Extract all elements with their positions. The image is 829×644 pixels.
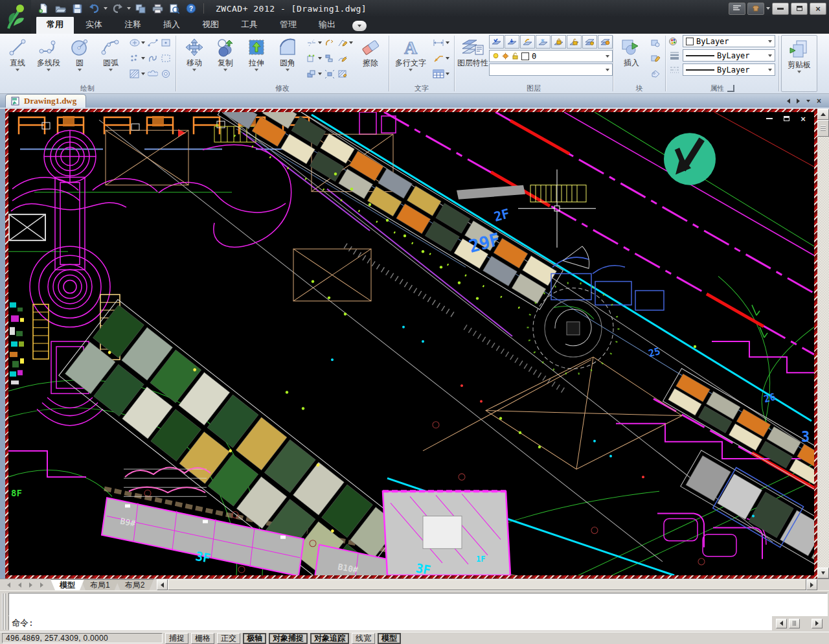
drawing-canvas[interactable]: ×: [8, 112, 814, 575]
command-input[interactable]: 命令:: [8, 616, 772, 630]
otrack-toggle[interactable]: 对象追踪: [310, 633, 349, 644]
scroll-left-button[interactable]: [157, 579, 168, 590]
leader-button[interactable]: [431, 53, 451, 63]
layer-state-select[interactable]: [489, 63, 613, 76]
offset-button[interactable]: [305, 53, 323, 63]
layout2-tab[interactable]: 布局2: [116, 579, 154, 590]
tab-solid[interactable]: 实体: [75, 16, 113, 34]
layer-freeze-button[interactable]: [536, 35, 551, 49]
circle-button[interactable]: 圆: [65, 35, 95, 73]
close-button[interactable]: ×: [810, 3, 826, 15]
command-window-grip[interactable]: [1, 593, 7, 630]
align-button[interactable]: [323, 53, 336, 63]
trim-button[interactable]: [305, 38, 323, 48]
edit-block-button[interactable]: [649, 53, 662, 63]
horizontal-scrollbar[interactable]: [157, 579, 817, 590]
polyline-nodes-button[interactable]: [146, 38, 159, 48]
scroll-up-button[interactable]: [817, 109, 829, 120]
copy-button[interactable]: 复制: [210, 35, 240, 73]
last-tab-button[interactable]: [37, 581, 47, 590]
polar-toggle[interactable]: 极轴: [243, 633, 266, 644]
redo-button[interactable]: [110, 2, 124, 15]
horizontal-scroll-thumb[interactable]: [168, 579, 806, 590]
model-tab[interactable]: 模型: [51, 579, 84, 590]
cmd-scroll-left-button[interactable]: [776, 619, 787, 628]
layer-unlock-button[interactable]: [567, 35, 582, 49]
redo-dropdown[interactable]: [127, 7, 131, 10]
layer-properties-button[interactable]: 图层特性: [458, 35, 488, 69]
snap-toggle[interactable]: 捕捉: [165, 633, 188, 644]
rectangle-button[interactable]: [159, 38, 172, 48]
attribute-button[interactable]: [649, 69, 662, 79]
layer-lock-button[interactable]: [551, 35, 566, 49]
model-space-toggle[interactable]: 模型: [378, 633, 401, 644]
undo-dropdown[interactable]: [104, 7, 108, 10]
table-button[interactable]: [431, 69, 451, 79]
revision-cloud-button[interactable]: [146, 69, 159, 79]
tab-home[interactable]: 常用: [36, 16, 74, 34]
ellipse-button[interactable]: [128, 38, 146, 48]
layer-off-button[interactable]: [505, 35, 519, 49]
spline-button[interactable]: [146, 53, 159, 63]
properties-dialog-launcher[interactable]: [727, 85, 734, 92]
tab-output[interactable]: 输出: [308, 16, 346, 34]
scroll-down-button[interactable]: [817, 568, 829, 579]
vertical-scroll-thumb[interactable]: [817, 120, 829, 137]
undo-button[interactable]: [87, 2, 101, 15]
tab-scroll-right-button[interactable]: [797, 98, 800, 104]
osnap-toggle[interactable]: 对象捕捉: [269, 633, 308, 644]
layer-thaw-button[interactable]: [520, 35, 535, 49]
create-block-button[interactable]: [649, 38, 662, 48]
tab-tools[interactable]: 工具: [231, 16, 268, 34]
fillet-button[interactable]: 圆角: [273, 35, 302, 73]
vertical-scrollbar[interactable]: [817, 109, 829, 579]
first-tab-button[interactable]: [4, 581, 14, 590]
line-button[interactable]: 直线: [3, 35, 32, 73]
edit-hatch-button[interactable]: [336, 69, 354, 79]
tab-view[interactable]: 视图: [192, 16, 229, 34]
prev-tab-button[interactable]: [15, 581, 25, 590]
tab-list-button[interactable]: [806, 100, 810, 102]
point-button[interactable]: [128, 53, 146, 63]
new-file-button[interactable]: [36, 2, 51, 15]
save-button[interactable]: [70, 2, 84, 15]
edit-polyline-button[interactable]: [336, 38, 354, 48]
scroll-right-button[interactable]: [806, 579, 817, 590]
restore-button[interactable]: [791, 3, 808, 15]
skin-dropdown[interactable]: [766, 7, 770, 10]
layer-select[interactable]: 0: [489, 50, 613, 62]
child-restore-button[interactable]: [782, 115, 791, 122]
menu-list-button[interactable]: [729, 3, 745, 15]
ortho-toggle[interactable]: 正交: [217, 633, 240, 644]
open-button[interactable]: [53, 2, 67, 15]
app-logo-icon[interactable]: [0, 0, 31, 34]
linetype-select[interactable]: ByLayer: [683, 63, 775, 76]
preview-button[interactable]: [167, 2, 181, 15]
document-tab[interactable]: Drawing1.dwg: [5, 94, 86, 108]
next-tab-button[interactable]: [26, 581, 36, 590]
boundary-button[interactable]: [159, 53, 172, 63]
grid-toggle[interactable]: 栅格: [191, 633, 214, 644]
polyline-button[interactable]: 多线段: [34, 35, 63, 73]
help-button[interactable]: ?: [184, 2, 198, 15]
clipboard-button[interactable]: 剪贴板: [784, 37, 814, 75]
color-select[interactable]: ByLayer: [683, 35, 775, 47]
layer-isolate-button[interactable]: [582, 35, 597, 49]
child-minimize-button[interactable]: [765, 115, 774, 122]
donut-button[interactable]: [159, 69, 172, 79]
tab-close-button[interactable]: ×: [817, 97, 821, 105]
hatch-button[interactable]: [128, 69, 146, 79]
ribbon-collapse-button[interactable]: [352, 21, 367, 31]
skin-button[interactable]: [747, 3, 764, 15]
layer-unisolate-button[interactable]: [598, 35, 613, 49]
minimize-button[interactable]: [772, 3, 789, 15]
insert-block-button[interactable]: 插入: [617, 35, 646, 69]
tab-insert[interactable]: 插入: [153, 16, 190, 34]
edit-spline-button[interactable]: [336, 53, 354, 63]
lineweight-toggle[interactable]: 线宽: [352, 633, 375, 644]
move-button[interactable]: 移动: [179, 35, 209, 73]
print-button[interactable]: [150, 2, 165, 15]
cmd-scroll-right-button[interactable]: [812, 619, 823, 628]
lineweight-select[interactable]: ByLayer: [683, 49, 775, 62]
layer-on-button[interactable]: [489, 35, 504, 49]
